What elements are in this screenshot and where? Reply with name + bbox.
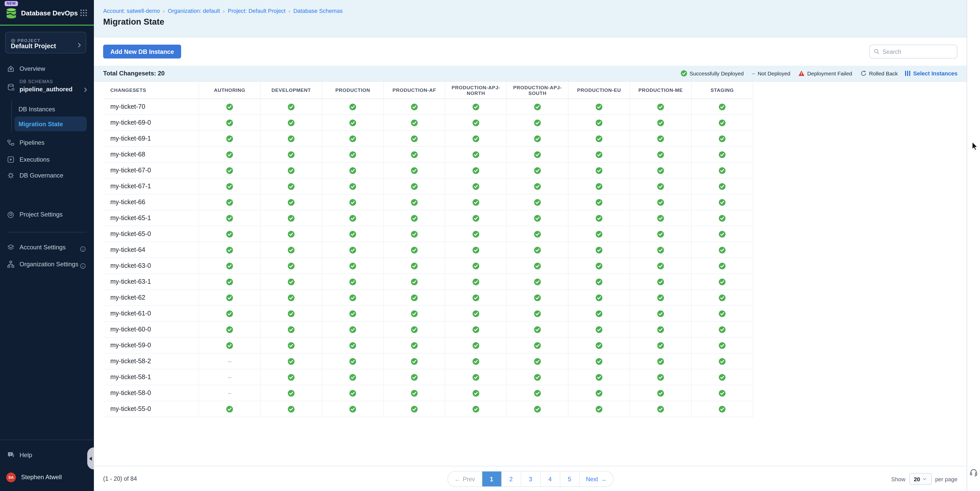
status-cell[interactable]	[630, 163, 692, 178]
status-cell[interactable]	[199, 147, 261, 162]
status-cell[interactable]	[630, 131, 692, 146]
status-cell[interactable]	[507, 99, 568, 114]
status-cell[interactable]: –	[199, 369, 261, 385]
status-cell[interactable]	[568, 115, 630, 130]
sidebar-item-account-settings[interactable]: Account Settings	[0, 240, 94, 254]
status-cell[interactable]	[384, 401, 445, 416]
status-cell[interactable]	[445, 322, 507, 337]
sidebar-item-db-governance[interactable]: DB Governance	[0, 168, 94, 183]
status-cell[interactable]	[507, 401, 568, 416]
status-cell[interactable]	[322, 210, 384, 226]
status-cell[interactable]	[568, 369, 630, 385]
status-cell[interactable]: –	[199, 385, 261, 401]
status-cell[interactable]	[322, 131, 384, 146]
status-cell[interactable]	[630, 274, 692, 289]
prev-page-button[interactable]: ←Prev	[448, 472, 482, 486]
page-button[interactable]: 4	[540, 472, 560, 486]
status-cell[interactable]	[692, 274, 753, 289]
help-button[interactable]: ? Help	[0, 448, 94, 462]
changeset-name[interactable]: my-ticket-63-0	[103, 258, 199, 273]
status-cell[interactable]	[261, 131, 322, 146]
status-cell[interactable]	[568, 290, 630, 305]
status-cell[interactable]	[692, 194, 753, 210]
status-cell[interactable]	[261, 353, 322, 369]
status-cell[interactable]	[322, 163, 384, 178]
status-cell[interactable]	[261, 385, 322, 401]
status-cell[interactable]	[692, 369, 753, 385]
sidebar-item-db-schemas[interactable]: DB SCHEMAS pipeline_authored	[0, 77, 94, 99]
status-cell[interactable]	[507, 163, 568, 178]
status-cell[interactable]	[692, 385, 753, 401]
status-cell[interactable]	[692, 306, 753, 321]
status-cell[interactable]	[445, 226, 507, 242]
status-cell[interactable]	[630, 147, 692, 162]
project-selector[interactable]: PROJECT Default Project	[5, 32, 86, 53]
status-cell[interactable]	[692, 242, 753, 257]
status-cell[interactable]	[384, 242, 445, 257]
status-cell[interactable]	[322, 147, 384, 162]
status-cell[interactable]	[199, 99, 261, 114]
status-cell[interactable]	[692, 178, 753, 194]
status-cell[interactable]	[261, 306, 322, 321]
status-cell[interactable]	[261, 338, 322, 353]
status-cell[interactable]	[261, 290, 322, 305]
changeset-name[interactable]: my-ticket-70	[103, 99, 199, 114]
status-cell[interactable]	[507, 353, 568, 369]
changeset-name[interactable]: my-ticket-65-0	[103, 226, 199, 242]
status-cell[interactable]	[199, 163, 261, 178]
status-cell[interactable]	[322, 242, 384, 257]
status-cell[interactable]	[568, 258, 630, 273]
status-cell[interactable]	[445, 147, 507, 162]
column-header[interactable]: AUTHORING	[199, 81, 261, 99]
status-cell[interactable]	[692, 322, 753, 337]
changeset-name[interactable]: my-ticket-66	[103, 194, 199, 210]
changeset-name[interactable]: my-ticket-67-1	[103, 178, 199, 194]
status-cell[interactable]	[630, 290, 692, 305]
status-cell[interactable]	[261, 115, 322, 130]
status-cell[interactable]	[507, 322, 568, 337]
status-cell[interactable]	[261, 401, 322, 416]
status-cell[interactable]	[322, 194, 384, 210]
status-cell[interactable]	[630, 242, 692, 257]
app-launcher-grid-icon[interactable]	[80, 9, 87, 16]
changeset-name[interactable]: my-ticket-58-0	[103, 385, 199, 401]
status-cell[interactable]	[507, 115, 568, 130]
sidebar-collapse-handle[interactable]	[87, 447, 94, 469]
column-header[interactable]: PRODUCTION	[322, 81, 384, 99]
status-cell[interactable]	[322, 369, 384, 385]
changeset-name[interactable]: my-ticket-58-2	[103, 353, 199, 369]
status-cell[interactable]	[568, 242, 630, 257]
status-cell[interactable]	[568, 210, 630, 226]
status-cell[interactable]	[384, 226, 445, 242]
status-cell[interactable]	[568, 226, 630, 242]
status-cell[interactable]	[384, 99, 445, 114]
status-cell[interactable]	[199, 194, 261, 210]
status-cell[interactable]	[507, 369, 568, 385]
status-cell[interactable]	[692, 131, 753, 146]
status-cell[interactable]	[692, 258, 753, 273]
status-cell[interactable]	[507, 194, 568, 210]
status-cell[interactable]	[507, 290, 568, 305]
status-cell[interactable]	[568, 131, 630, 146]
status-cell[interactable]	[384, 147, 445, 162]
status-cell[interactable]	[199, 290, 261, 305]
status-cell[interactable]	[261, 99, 322, 114]
status-cell[interactable]	[630, 306, 692, 321]
status-cell[interactable]	[507, 258, 568, 273]
status-cell[interactable]	[199, 338, 261, 353]
status-cell[interactable]: –	[199, 353, 261, 369]
status-cell[interactable]	[445, 306, 507, 321]
status-cell[interactable]	[630, 369, 692, 385]
status-cell[interactable]	[384, 338, 445, 353]
changeset-name[interactable]: my-ticket-64	[103, 242, 199, 257]
status-cell[interactable]	[692, 115, 753, 130]
changeset-name[interactable]: my-ticket-65-1	[103, 210, 199, 226]
status-cell[interactable]	[261, 163, 322, 178]
status-cell[interactable]	[322, 385, 384, 401]
changeset-name[interactable]: my-ticket-55-0	[103, 401, 199, 416]
status-cell[interactable]	[445, 210, 507, 226]
status-cell[interactable]	[445, 163, 507, 178]
status-cell[interactable]	[692, 401, 753, 416]
status-cell[interactable]	[568, 338, 630, 353]
status-cell[interactable]	[445, 242, 507, 257]
